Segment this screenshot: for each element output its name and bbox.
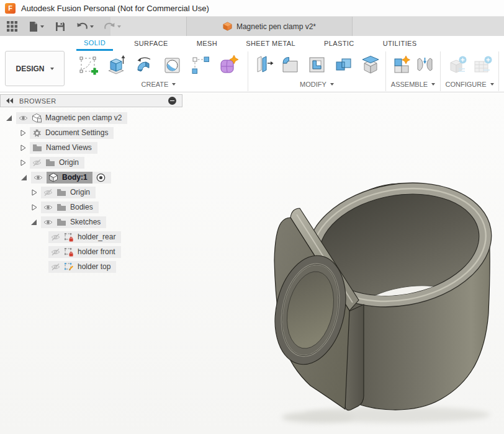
tree-row-named-views[interactable]: Named Views [0, 140, 182, 155]
gear-icon [32, 128, 42, 138]
document-cube-icon [223, 22, 232, 31]
tree-label[interactable]: Body:1 [62, 173, 88, 182]
modify-caret-icon [330, 83, 334, 86]
tab-surface[interactable]: SURFACE [120, 36, 182, 51]
visible-eye-icon[interactable] [43, 203, 53, 211]
tree-label[interactable]: Origin [59, 158, 79, 167]
tree-row-holder-front[interactable]: holder front [0, 244, 182, 259]
tree-row-body1-origin[interactable]: Origin [0, 185, 182, 200]
file-icon [29, 21, 38, 32]
tree-row-document-settings[interactable]: Document Settings [0, 125, 182, 140]
revolve-button[interactable] [131, 52, 159, 78]
save-button[interactable] [53, 19, 67, 35]
combine-button[interactable] [330, 52, 357, 78]
rectangular-pattern-button[interactable] [187, 52, 215, 78]
visible-eye-icon[interactable] [19, 114, 28, 122]
tree-row-origin[interactable]: Origin [0, 155, 182, 170]
file-menu-button[interactable] [27, 19, 46, 35]
configuration-icon [446, 54, 469, 76]
tab-utilities[interactable]: UTILITIES [369, 36, 431, 51]
assemble-group-label[interactable]: ASSEMBLE [391, 81, 435, 88]
tree-label[interactable]: holder top [78, 262, 110, 271]
document-tab[interactable]: Magnetic pen clamp v2* [186, 17, 353, 36]
tree-row-root[interactable]: Magnetic pen clamp v2 [0, 110, 182, 125]
tab-sheet-metal[interactable]: SHEET METAL [232, 36, 310, 51]
ribbon: SOLID SURFACE MESH SHEET METAL PLASTIC U… [0, 36, 504, 92]
titlebar: F Autodesk Fusion Personal (Not for Comm… [0, 0, 504, 17]
expanded-twisty-icon[interactable] [30, 218, 38, 226]
redo-button[interactable] [102, 19, 123, 35]
rectangular-pattern-icon [189, 54, 212, 76]
create-sketch-button[interactable] [75, 52, 103, 78]
activate-component-radio[interactable] [96, 173, 106, 182]
shell-button[interactable] [304, 52, 330, 78]
create-caret-icon [172, 83, 176, 86]
collapsed-twisty-icon[interactable] [19, 129, 27, 137]
ribbon-group-modify: MODIFY [248, 51, 386, 91]
selected-item-highlight[interactable]: Body:1 [47, 172, 92, 184]
collapsed-twisty-icon[interactable] [19, 144, 27, 152]
tree-label[interactable]: holder_rear [78, 232, 115, 241]
expanded-twisty-icon[interactable] [5, 114, 13, 122]
app-grid-button[interactable] [5, 19, 19, 35]
tree-row-sketches[interactable]: Sketches [0, 215, 182, 229]
extrude-button[interactable] [103, 52, 131, 78]
browser-panel: BROWSER Magnetic pen clamp v2 [0, 94, 182, 274]
viewport-canvas[interactable]: BROWSER Magnetic pen clamp v2 [0, 93, 504, 434]
tree-label[interactable]: Origin [70, 188, 90, 197]
folder-icon [56, 188, 66, 197]
collapsed-twisty-icon[interactable] [19, 159, 27, 167]
tree-label[interactable]: Document Settings [45, 128, 108, 137]
folder-icon [56, 218, 66, 226]
hidden-eye-icon[interactable] [51, 248, 60, 256]
configuration-button[interactable] [445, 52, 470, 78]
tree-label[interactable]: Sketches [70, 218, 101, 226]
combine-icon [333, 54, 355, 76]
tree-row-body1[interactable]: Body:1 [0, 170, 182, 185]
tree-row-holder-top[interactable]: holder top [0, 259, 182, 274]
press-pull-button[interactable] [250, 52, 277, 78]
collapsed-twisty-icon[interactable] [30, 203, 38, 211]
minimize-browser-icon[interactable] [168, 97, 176, 105]
hidden-eye-icon[interactable] [51, 233, 60, 241]
shell-icon [306, 54, 328, 76]
collapsed-twisty-icon[interactable] [30, 188, 38, 197]
modify-group-label[interactable]: MODIFY [300, 81, 334, 88]
workspace-selector[interactable]: DESIGN [5, 51, 65, 86]
configuration-table-button[interactable] [470, 52, 495, 78]
tree-label[interactable]: Magnetic pen clamp v2 [45, 113, 122, 122]
redo-icon [104, 22, 115, 31]
press-pull-icon [253, 54, 275, 76]
hole-button[interactable] [159, 52, 187, 78]
redo-dropdown-caret-icon [117, 25, 121, 28]
tab-plastic[interactable]: PLASTIC [310, 36, 369, 51]
fillet-button[interactable] [277, 52, 304, 78]
tree-label[interactable]: Named Views [46, 143, 92, 152]
assemble-caret-icon [431, 83, 435, 86]
create-group-label[interactable]: CREATE [142, 81, 176, 88]
joint-button[interactable] [413, 52, 438, 78]
hidden-eye-icon[interactable] [32, 159, 42, 167]
revolve-icon [133, 54, 156, 76]
tree-row-holder-rear[interactable]: holder_rear [0, 229, 182, 244]
hidden-eye-icon[interactable] [51, 263, 60, 271]
configure-group-label[interactable]: CONFIGURE [445, 81, 493, 88]
create-form-icon [217, 54, 240, 76]
configure-caret-icon [490, 83, 494, 86]
visible-eye-icon[interactable] [43, 218, 53, 226]
new-component-button[interactable] [389, 52, 413, 78]
create-form-button[interactable] [215, 52, 243, 78]
tree-row-bodies[interactable]: Bodies [0, 200, 182, 215]
expanded-twisty-icon[interactable] [20, 174, 28, 182]
visible-eye-icon[interactable] [34, 174, 43, 182]
model-magnetic-pen-clamp[interactable] [267, 167, 504, 434]
collapse-panel-icon[interactable] [6, 98, 14, 104]
tab-mesh[interactable]: MESH [182, 36, 232, 51]
tree-label[interactable]: holder front [78, 247, 115, 256]
split-body-button[interactable] [357, 52, 384, 78]
undo-button[interactable] [74, 19, 96, 35]
hidden-eye-icon[interactable] [43, 188, 53, 197]
ribbon-tab-bar: SOLID SURFACE MESH SHEET METAL PLASTIC U… [70, 36, 431, 51]
tree-label[interactable]: Bodies [70, 203, 93, 211]
tab-solid[interactable]: SOLID [76, 36, 113, 51]
